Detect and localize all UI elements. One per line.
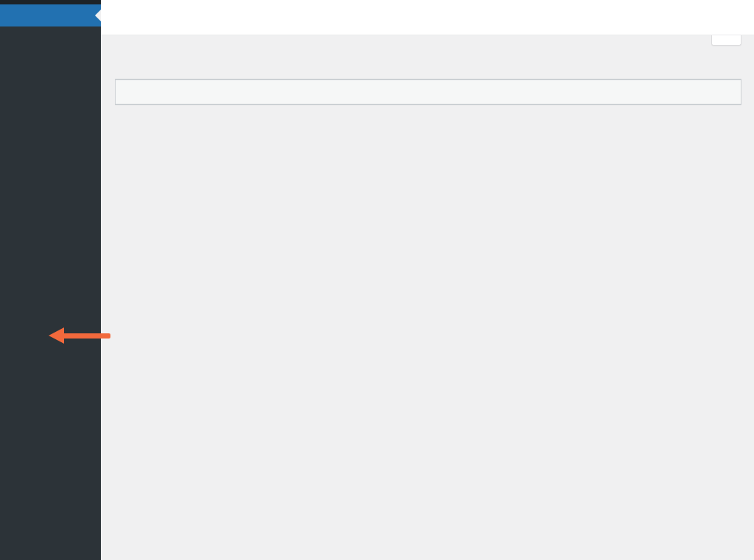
- screen-options-button[interactable]: [711, 35, 741, 46]
- sidebar-item-surecart[interactable]: [0, 4, 101, 26]
- active-menu-notch: [95, 10, 101, 21]
- plugin-topbar: [101, 0, 754, 35]
- table-empty-row: [116, 79, 741, 104]
- admin-sidebar: [0, 0, 101, 560]
- surecart-logo-icon: [114, 9, 131, 26]
- page-content: [101, 52, 754, 105]
- main-area: [101, 0, 754, 560]
- affiliates-table: [115, 79, 741, 105]
- surecart-submenu: [0, 26, 101, 560]
